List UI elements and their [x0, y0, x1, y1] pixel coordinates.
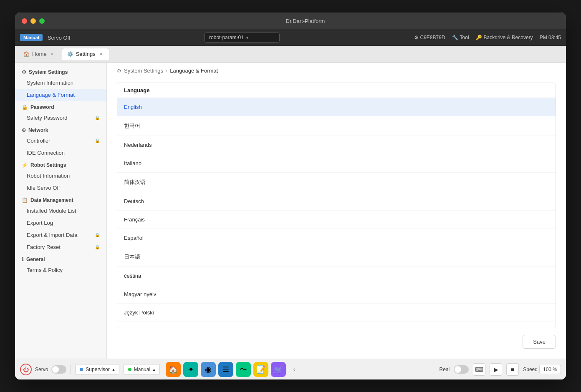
language-item-czech[interactable]: čeština [117, 267, 556, 285]
play-button[interactable]: ▶ [490, 363, 502, 376]
language-item-dutch[interactable]: Nederlands [117, 136, 556, 154]
topbar: Manual Servo Off robot-param-01 ⚙ C9E8B7… [15, 29, 566, 46]
sidebar-item-language-format[interactable]: Language & Format [15, 89, 106, 101]
language-item-spanish[interactable]: Español [117, 229, 556, 247]
main-window: Dr.Dart-Platform Manual Servo Off robot-… [15, 13, 566, 379]
tool-button[interactable]: 🔧 Tool [452, 35, 469, 40]
hash-display: ⚙ C9E8B79D [414, 35, 445, 40]
network-icon: ⊕ [22, 127, 26, 133]
robot-param-selector[interactable]: robot-param-01 [205, 33, 280, 43]
app-note-icon[interactable]: 📝 [253, 362, 268, 377]
breadcrumb-icon: ⚙ [117, 68, 121, 74]
sidebar-item-factory-reset[interactable]: Factory Reset 🔒 [15, 241, 106, 253]
language-format-label: Language & Format [27, 92, 75, 98]
language-item-korean[interactable]: 한국어 [117, 116, 556, 136]
app-home-icon[interactable]: 🏠 [166, 362, 181, 377]
data-management-icon: 📋 [22, 197, 28, 203]
sidebar-item-robot-information[interactable]: Robot Information [15, 170, 106, 182]
sidebar-item-ide-connection[interactable]: IDE Connection [15, 147, 106, 159]
bottombar-right: Real ⌨ ▶ ■ Speed 100 % [440, 363, 561, 376]
speed-label: Speed [523, 367, 538, 372]
breadcrumb-section: System Settings [124, 68, 163, 74]
mode-badge[interactable]: Manual [20, 34, 43, 41]
sidebar-item-terms-policy[interactable]: Terms & Policy [15, 264, 106, 276]
export-import-lock-icon: 🔒 [95, 233, 100, 237]
app-cart-icon[interactable]: 🛒 [271, 362, 286, 377]
sidebar-item-installed-module-list[interactable]: Installed Module List [15, 205, 106, 217]
language-item-polish[interactable]: Język Polski [117, 304, 556, 322]
export-log-label: Export Log [27, 220, 53, 226]
sidebar: ⚙ System Settings System Information Lan… [15, 63, 107, 359]
language-list[interactable]: English 한국어 Nederlands Italiano 简体汉语 Deu… [117, 98, 556, 328]
language-section: Language English 한국어 Nederlands Italiano… [117, 83, 556, 328]
stop-button[interactable]: ■ [506, 363, 519, 376]
breadcrumb: ⚙ System Settings › Language & Format [107, 63, 566, 79]
real-label: Real [440, 367, 450, 372]
sidebar-section-data-management-label: Data Management [30, 197, 73, 203]
save-area: Save [117, 328, 556, 349]
bottombar-apps: 🏠 ✦ ◉ ☰ 〜 📝 🛒 [166, 362, 286, 377]
bottombar: ⏻ Servo Supervisor ▴ Manual ▴ 🏠 ✦ ◉ ☰ 〜 … [15, 359, 566, 379]
main-content: ⚙ System Settings System Information Lan… [15, 63, 566, 359]
app-wave-icon[interactable]: 〜 [236, 362, 251, 377]
tab-settings-label: Settings [76, 51, 96, 57]
language-item-chinese[interactable]: 简体汉语 [117, 173, 556, 192]
topbar-right: ⚙ C9E8B79D 🔧 Tool 🔑 Backdrive & Recovery… [414, 35, 561, 40]
app-star-icon[interactable]: ✦ [183, 362, 198, 377]
language-item-german[interactable]: Deutsch [117, 192, 556, 211]
app-radio-icon[interactable]: ◉ [201, 362, 216, 377]
real-toggle[interactable] [454, 365, 469, 374]
minimize-button[interactable] [30, 18, 36, 24]
tab-settings-close[interactable]: ✕ [98, 51, 104, 57]
controller-label: Controller [27, 138, 50, 144]
breadcrumb-current: Language & Format [170, 68, 218, 74]
robot-settings-icon: ⚡ [22, 162, 28, 168]
tab-home-close[interactable]: ✕ [49, 51, 55, 57]
servo-status: Servo Off [48, 35, 71, 41]
servo-label: Servo [35, 367, 48, 372]
sidebar-section-robot-settings-label: Robot Settings [30, 162, 66, 168]
robot-information-label: Robot Information [27, 173, 70, 179]
terms-policy-label: Terms & Policy [27, 267, 63, 273]
sidebar-section-system-settings: ⚙ System Settings [15, 66, 106, 77]
manual-dot [128, 368, 131, 371]
backdrive-button[interactable]: 🔑 Backdrive & Recovery [476, 35, 533, 40]
sidebar-item-safety-password[interactable]: Safety Password 🔒 [15, 112, 106, 124]
sidebar-item-export-import-data[interactable]: Export & Import Data 🔒 [15, 229, 106, 241]
sidebar-item-controller[interactable]: Controller 🔒 [15, 135, 106, 147]
supervisor-chevron: ▴ [112, 367, 115, 372]
save-button[interactable]: Save [523, 335, 556, 349]
tab-home[interactable]: 🏠 Home ✕ [18, 48, 60, 60]
language-item-hungarian[interactable]: Magyar nyelv [117, 285, 556, 304]
sidebar-section-data-management: 📋 Data Management [15, 194, 106, 205]
servo-section: ⏻ Servo [20, 364, 66, 375]
language-item-english[interactable]: English [117, 98, 556, 116]
sidebar-item-idle-servo-off[interactable]: Idle Servo Off [15, 182, 106, 194]
tab-settings[interactable]: ⚙️ Settings ✕ [62, 48, 109, 60]
servo-power-button[interactable]: ⏻ [20, 364, 32, 375]
language-section-header: Language [117, 83, 556, 98]
language-item-italian[interactable]: Italiano [117, 154, 556, 173]
general-icon: ℹ [22, 256, 24, 262]
maximize-button[interactable] [39, 18, 45, 24]
sidebar-section-network: ⊕ Network [15, 124, 106, 135]
sidebar-section-system-settings-label: System Settings [29, 69, 68, 75]
content-area: ⚙ System Settings › Language & Format La… [107, 63, 566, 359]
keyboard-button[interactable]: ⌨ [473, 363, 485, 376]
servo-toggle[interactable] [51, 365, 66, 374]
safety-password-label: Safety Password [27, 115, 68, 121]
installed-module-list-label: Installed Module List [27, 208, 76, 214]
app-list-icon[interactable]: ☰ [218, 362, 233, 377]
sidebar-item-system-information[interactable]: System Information [15, 77, 106, 89]
sidebar-section-password: 🔒 Password [15, 101, 106, 112]
system-settings-icon: ⚙ [22, 69, 26, 75]
sidebar-item-export-log[interactable]: Export Log [15, 217, 106, 229]
hash-icon: ⚙ [414, 35, 419, 40]
more-apps-button[interactable]: ‹ [290, 363, 298, 376]
chevron-down-icon [246, 35, 248, 40]
supervisor-dropdown[interactable]: Supervisor ▴ [75, 364, 119, 375]
close-button[interactable] [22, 18, 27, 24]
language-item-japanese[interactable]: 日本語 [117, 247, 556, 267]
language-item-french[interactable]: Français [117, 211, 556, 229]
manual-dropdown[interactable]: Manual ▴ [124, 364, 160, 375]
